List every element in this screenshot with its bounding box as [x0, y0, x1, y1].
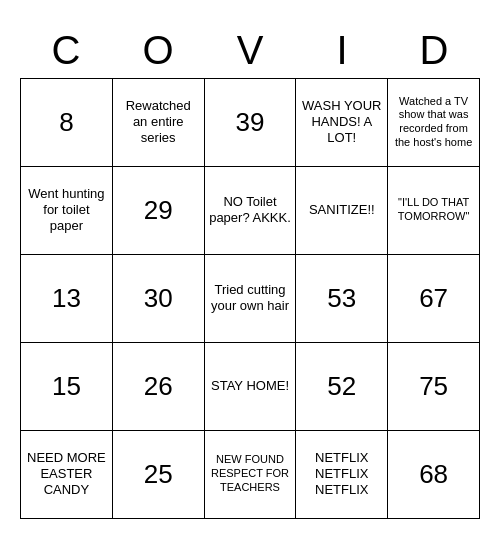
bingo-letter-i: I: [296, 26, 388, 74]
bingo-cell-1: Rewatched an entire series: [113, 79, 205, 167]
bingo-cell-14: 67: [388, 255, 480, 343]
bingo-cell-23: NETFLIX NETFLIX NETFLIX: [296, 431, 388, 519]
bingo-letter-o: O: [112, 26, 204, 74]
bingo-letter-c: C: [20, 26, 112, 74]
bingo-cell-4: Watched a TV show that was recorded from…: [388, 79, 480, 167]
bingo-cell-20: NEED MORE EASTER CANDY: [21, 431, 113, 519]
bingo-card: COVID 8Rewatched an entire series39WASH …: [10, 16, 490, 529]
bingo-cell-24: 68: [388, 431, 480, 519]
bingo-cell-9: "I'LL DO THAT TOMORROW": [388, 167, 480, 255]
bingo-cell-15: 15: [21, 343, 113, 431]
bingo-cell-18: 52: [296, 343, 388, 431]
bingo-header: COVID: [20, 26, 480, 74]
bingo-cell-5: Went hunting for toilet paper: [21, 167, 113, 255]
bingo-cell-17: STAY HOME!: [205, 343, 297, 431]
bingo-cell-0: 8: [21, 79, 113, 167]
bingo-cell-13: 53: [296, 255, 388, 343]
bingo-letter-d: D: [388, 26, 480, 74]
bingo-cell-3: WASH YOUR HANDS! A LOT!: [296, 79, 388, 167]
bingo-cell-21: 25: [113, 431, 205, 519]
bingo-cell-19: 75: [388, 343, 480, 431]
bingo-cell-6: 29: [113, 167, 205, 255]
bingo-cell-11: 30: [113, 255, 205, 343]
bingo-cell-16: 26: [113, 343, 205, 431]
bingo-cell-12: Tried cutting your own hair: [205, 255, 297, 343]
bingo-cell-2: 39: [205, 79, 297, 167]
bingo-cell-22: NEW FOUND RESPECT FOR TEACHERS: [205, 431, 297, 519]
bingo-cell-10: 13: [21, 255, 113, 343]
bingo-cell-7: NO Toilet paper? AKKK.: [205, 167, 297, 255]
bingo-grid: 8Rewatched an entire series39WASH YOUR H…: [20, 78, 480, 519]
bingo-cell-8: SANITIZE!!: [296, 167, 388, 255]
bingo-letter-v: V: [204, 26, 296, 74]
